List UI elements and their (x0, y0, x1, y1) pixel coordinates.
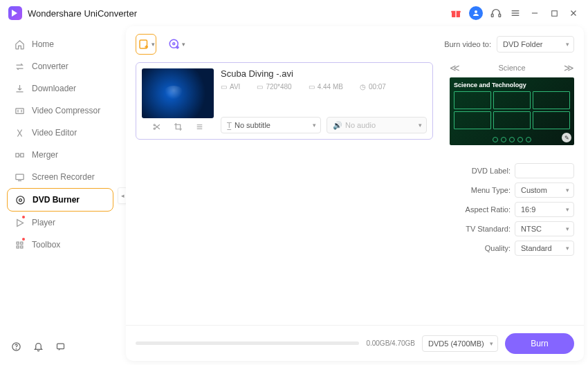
aspect-ratio-select[interactable]: 16:9 (515, 202, 574, 217)
svg-rect-23 (20, 242, 22, 244)
sidebar-item-recorder[interactable]: Screen Recorder (7, 166, 113, 188)
svg-point-36 (154, 124, 155, 126)
feedback-icon[interactable] (54, 340, 66, 353)
template-preview[interactable]: Science and Technology ✎ (450, 77, 574, 145)
toolbar: ▾ ▾ Burn video to: DVD Folder (126, 26, 584, 62)
file-size: 4.44 MB (318, 83, 343, 91)
disc-usage-text: 0.00GB/4.70GB (366, 339, 415, 347)
file-name: Scuba Diving -.avi (221, 68, 427, 79)
svg-rect-28 (57, 344, 64, 349)
recorder-icon (14, 171, 25, 182)
video-thumbnail (142, 68, 214, 118)
file-duration: 00:07 (369, 83, 386, 91)
template-slot (493, 91, 531, 109)
burn-button[interactable]: Burn (505, 333, 574, 354)
svg-rect-10 (551, 10, 557, 16)
more-icon[interactable] (195, 122, 204, 133)
dvd-label-input[interactable] (515, 163, 574, 178)
burn-to-select[interactable]: DVD Folder (497, 36, 574, 53)
menu-type-select[interactable]: Custom (515, 182, 574, 198)
help-icon[interactable] (10, 340, 22, 353)
audio-icon: 🔊 (333, 121, 342, 130)
sidebar-item-editor[interactable]: Video Editor (7, 122, 113, 144)
sidebar-item-home[interactable]: Home (7, 33, 113, 55)
aspect-ratio-label: Aspect Ratio: (450, 205, 511, 214)
gift-icon[interactable] (450, 7, 462, 19)
editor-icon (14, 127, 25, 138)
template-prev-button[interactable]: ≪ (450, 62, 460, 73)
add-disc-button[interactable]: ▾ (166, 34, 187, 55)
svg-rect-25 (20, 245, 22, 247)
quality-label: Quality: (450, 244, 511, 252)
sidebar-item-label: Toolbox (32, 240, 60, 250)
converter-icon (14, 61, 25, 72)
dvd-burner-icon (15, 194, 26, 205)
bell-icon[interactable] (32, 340, 44, 353)
minimize-icon[interactable] (529, 7, 541, 19)
headset-icon[interactable] (490, 7, 502, 19)
app-logo-icon (8, 6, 22, 20)
svg-point-19 (16, 196, 24, 203)
close-icon[interactable] (567, 7, 580, 19)
template-next-button[interactable]: ≫ (564, 62, 574, 73)
sidebar-item-dvd-burner[interactable]: DVD Burner (7, 188, 113, 212)
template-slot (533, 91, 570, 109)
sidebar-item-label: Screen Recorder (32, 172, 95, 182)
sidebar: Home Converter Downloader Video Compress… (0, 26, 118, 365)
crop-icon[interactable] (174, 122, 183, 133)
svg-point-27 (16, 348, 17, 349)
svg-rect-22 (17, 242, 19, 244)
merger-icon (14, 149, 25, 160)
sidebar-item-converter[interactable]: Converter (7, 55, 113, 77)
sidebar-item-compressor[interactable]: Video Compressor (7, 100, 113, 122)
template-slot (493, 111, 531, 129)
sidebar-item-downloader[interactable]: Downloader (7, 77, 113, 100)
svg-rect-5 (499, 14, 501, 17)
add-file-button[interactable]: ▾ (136, 34, 156, 55)
app-title: Wondershare UniConverter (28, 8, 137, 19)
sidebar-item-toolbox[interactable]: Toolbox (7, 234, 113, 256)
toolbox-icon (14, 239, 25, 250)
burn-to-label: Burn video to: (444, 40, 491, 48)
disc-usage-bar (136, 341, 359, 345)
sidebar-item-merger[interactable]: Merger (7, 144, 113, 166)
player-icon (14, 217, 25, 228)
svg-point-32 (169, 39, 178, 48)
maximize-icon[interactable] (548, 7, 560, 19)
svg-point-20 (19, 198, 21, 201)
svg-line-38 (155, 125, 160, 129)
template-controls (493, 137, 531, 142)
file-format: AVI (230, 83, 240, 91)
template-slot (454, 91, 491, 109)
svg-rect-24 (17, 245, 19, 247)
sidebar-item-label: Player (32, 218, 55, 227)
sidebar-item-label: Merger (32, 150, 58, 160)
template-edit-icon[interactable]: ✎ (562, 133, 571, 142)
sidebar-item-player[interactable]: Player (7, 212, 113, 234)
chevron-down-icon: ▾ (151, 41, 155, 48)
audio-select[interactable]: 🔊 No audio (327, 117, 427, 133)
compressor-icon (14, 105, 25, 116)
sidebar-item-label: Video Compressor (32, 106, 100, 115)
menu-icon[interactable] (509, 7, 522, 19)
template-slot (533, 111, 570, 129)
menu-type-label: Menu Type: (450, 186, 511, 194)
quality-select[interactable]: Standard (515, 241, 574, 256)
sidebar-item-label: Converter (32, 62, 68, 71)
format-icon: ▭ (221, 83, 227, 91)
dvd-label-label: DVD Label: (450, 167, 511, 175)
template-slot (454, 111, 491, 129)
svg-point-3 (475, 10, 477, 13)
downloader-icon (14, 83, 25, 94)
titlebar: Wondershare UniConverter (0, 0, 588, 26)
svg-point-33 (172, 43, 174, 45)
tv-standard-select[interactable]: NTSC (515, 221, 574, 236)
chevron-down-icon: ▾ (182, 41, 185, 48)
disc-type-select[interactable]: DVD5 (4700MB) (422, 335, 498, 352)
file-card[interactable]: Scuba Diving -.avi ▭AVI ▭720*480 ▭4.44 M… (136, 62, 433, 140)
subtitle-select[interactable]: T̲ No subtitle (221, 117, 321, 133)
trim-icon[interactable] (152, 122, 161, 133)
tv-standard-label: TV Standard: (450, 225, 511, 233)
sidebar-item-label: Video Editor (32, 128, 77, 138)
account-avatar-icon[interactable] (469, 6, 483, 20)
